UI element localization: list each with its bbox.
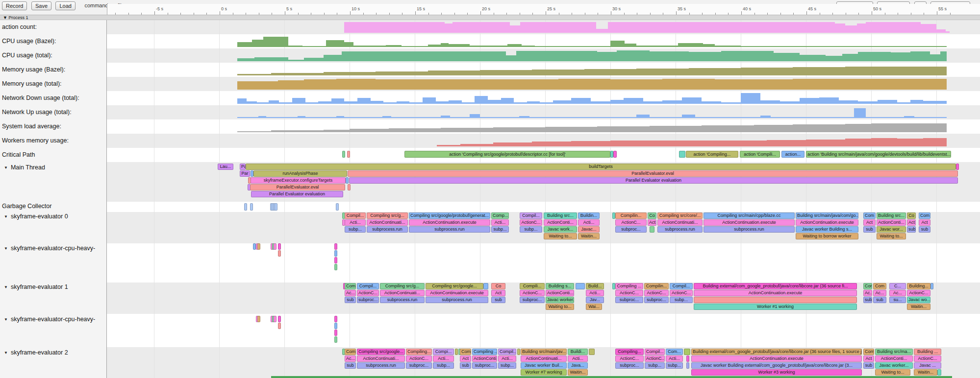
trace-segment[interactable] bbox=[347, 151, 350, 158]
trace-segment[interactable]: subproc... bbox=[520, 297, 545, 303]
trace-segment[interactable]: Javac work... bbox=[544, 226, 577, 233]
trace-segment[interactable]: Com bbox=[460, 349, 471, 355]
trace-segment[interactable] bbox=[274, 243, 276, 250]
trace-segment[interactable]: Acti... bbox=[345, 219, 366, 226]
trace-segment[interactable]: Waitin... bbox=[907, 304, 930, 310]
trace-segment[interactable]: Act bbox=[648, 219, 656, 226]
trace-segment[interactable] bbox=[937, 369, 941, 376]
trace-segment[interactable]: Compiling src/g... bbox=[380, 283, 425, 289]
trace-segment[interactable] bbox=[455, 349, 458, 355]
collapse-arrow-icon[interactable]: ▼ bbox=[4, 317, 8, 322]
trace-segment[interactable]: ActionConti... bbox=[877, 219, 906, 226]
trace-segment[interactable] bbox=[334, 250, 337, 257]
trace-segment[interactable] bbox=[334, 243, 337, 250]
trace-segment[interactable]: ParallelEvaluator.eval bbox=[250, 184, 345, 190]
trace-segment[interactable]: subproc... bbox=[357, 297, 379, 303]
trace-segment[interactable]: Building src/main/java/com/go... bbox=[796, 213, 858, 219]
trace-segment[interactable]: Com bbox=[345, 349, 356, 355]
trace-segment[interactable]: action 'Compili... bbox=[740, 151, 780, 158]
track-label-skyframe-evaluator-1[interactable]: ▼skyframe-evaluator 1 bbox=[2, 284, 68, 290]
trace-segment[interactable]: ActionContinuation.execute bbox=[704, 219, 795, 226]
trace-segment[interactable]: Waiting to... bbox=[546, 304, 574, 310]
trace-segment[interactable] bbox=[686, 355, 689, 362]
trace-segment[interactable]: Compilin... bbox=[644, 283, 669, 289]
trace-segment[interactable] bbox=[334, 316, 337, 322]
trace-segment[interactable]: Com bbox=[863, 283, 872, 289]
trace-segment[interactable]: Waiting to... bbox=[877, 233, 906, 239]
trace-segment[interactable]: Compili... bbox=[520, 283, 545, 289]
trace-segment[interactable]: Buildin... bbox=[578, 213, 600, 219]
trace-segment[interactable]: Waitin... bbox=[568, 369, 588, 376]
trace-segment[interactable]: subproc... bbox=[472, 362, 497, 369]
trace-segment[interactable] bbox=[278, 250, 281, 257]
trace-segment[interactable] bbox=[334, 330, 337, 336]
trace-segment[interactable]: Javac ... bbox=[914, 362, 941, 369]
trace-segment[interactable]: Compiling... bbox=[406, 349, 432, 355]
trace-segment[interactable]: Javac worker Building external/com_googl… bbox=[691, 362, 862, 369]
trace-segment[interactable]: Building external/com_google_protobuf/ja… bbox=[691, 349, 862, 355]
trace-segment[interactable] bbox=[517, 349, 520, 355]
trace-segment[interactable]: action 'Building src/main/java/com/googl… bbox=[806, 151, 951, 158]
trace-segment[interactable]: Compil... bbox=[645, 349, 665, 355]
trace-segment[interactable]: Wai... bbox=[586, 304, 602, 310]
trace-segment[interactable]: subprocess.run bbox=[367, 226, 408, 233]
trace-segment[interactable] bbox=[650, 226, 654, 233]
trace-segment[interactable]: sub bbox=[873, 297, 886, 303]
trace-segment[interactable]: ActionConti... bbox=[875, 355, 913, 362]
trace-segment[interactable] bbox=[334, 336, 337, 343]
trace-segment[interactable] bbox=[334, 257, 337, 263]
trace-segment[interactable]: ActionC... bbox=[615, 290, 643, 296]
trace-segment[interactable]: Parallel Evaluator evaluation bbox=[251, 191, 343, 197]
trace-segment[interactable]: sub bbox=[345, 362, 356, 369]
trace-segment[interactable]: Waiting to... bbox=[875, 369, 910, 376]
trace-segment[interactable] bbox=[244, 203, 247, 211]
trace-segment[interactable]: Javac wo... bbox=[907, 297, 930, 303]
trace-segment[interactable]: subprocess.run bbox=[657, 226, 703, 233]
collapse-arrow-icon[interactable]: ▼ bbox=[4, 285, 8, 289]
trace-segment[interactable]: Worker #3 working bbox=[691, 369, 862, 376]
trace-segment[interactable]: ActionC... bbox=[914, 355, 941, 362]
trace-segment[interactable]: Build... bbox=[586, 283, 604, 289]
trace-segment[interactable]: sub bbox=[907, 226, 916, 233]
trace-segment[interactable]: Acti... bbox=[666, 355, 683, 362]
trace-segment[interactable]: Ac... bbox=[889, 290, 906, 296]
trace-segment[interactable]: ActionC... bbox=[670, 290, 693, 296]
trace-segment[interactable]: ActionC... bbox=[357, 290, 379, 296]
trace-segment[interactable] bbox=[250, 203, 253, 211]
trace-segment[interactable]: Com bbox=[345, 283, 356, 289]
trace-segment[interactable]: Parallel Evaluator evaluation bbox=[349, 177, 958, 184]
trace-segment[interactable]: ActionContinuation.execute bbox=[409, 219, 490, 226]
trace-segment[interactable]: subproc... bbox=[615, 297, 643, 303]
trace-segment[interactable]: Building src/ma... bbox=[875, 349, 913, 355]
trace-segment[interactable]: ActionC... bbox=[520, 290, 545, 296]
trace-segment[interactable]: subprocess.run bbox=[357, 362, 405, 369]
trace-segment[interactable]: action 'Compiling src/google/protobuf/de… bbox=[404, 151, 610, 158]
trace-segment[interactable] bbox=[257, 316, 260, 322]
trace-segment[interactable]: Javac worker Buil... bbox=[521, 362, 567, 369]
trace-segment[interactable]: Waitin... bbox=[914, 369, 937, 376]
trace-segment[interactable]: Javac worker... bbox=[546, 297, 574, 303]
trace-segment[interactable] bbox=[956, 164, 959, 170]
trace-segment[interactable]: subprocess.run bbox=[380, 297, 425, 303]
trace-segment[interactable] bbox=[483, 283, 488, 289]
trace-segment[interactable]: subp... bbox=[670, 297, 693, 303]
trace-segment[interactable] bbox=[679, 151, 685, 158]
trace-segment[interactable]: subprocess.run bbox=[426, 297, 488, 303]
trace-segment[interactable]: Compi... bbox=[433, 349, 454, 355]
trace-segment[interactable] bbox=[334, 264, 337, 270]
trace-segment[interactable]: runAnalysisPhase bbox=[253, 170, 347, 177]
trace-segment[interactable]: sub bbox=[863, 362, 874, 369]
trace-segment[interactable]: Com bbox=[873, 283, 886, 289]
track-label-main-thread[interactable]: ▼Main Thread bbox=[2, 164, 45, 171]
trace-segment[interactable]: Compiling src/core/... bbox=[657, 213, 703, 219]
collapse-arrow-icon[interactable]: ▼ bbox=[4, 246, 8, 251]
trace-segment[interactable]: Java... bbox=[568, 362, 588, 369]
trace-segment[interactable] bbox=[342, 151, 345, 158]
save-button[interactable]: Save bbox=[31, 1, 51, 10]
trace-segment[interactable]: Com bbox=[863, 213, 876, 219]
trace-segment[interactable] bbox=[613, 151, 617, 158]
trace-segment[interactable]: Compiling src/main/cpp/blaze.cc bbox=[704, 213, 795, 219]
trace-segment[interactable]: sub bbox=[345, 297, 356, 303]
trace-segment[interactable]: Compil... bbox=[345, 213, 366, 219]
trace-segment[interactable]: ActionC... bbox=[907, 290, 930, 296]
